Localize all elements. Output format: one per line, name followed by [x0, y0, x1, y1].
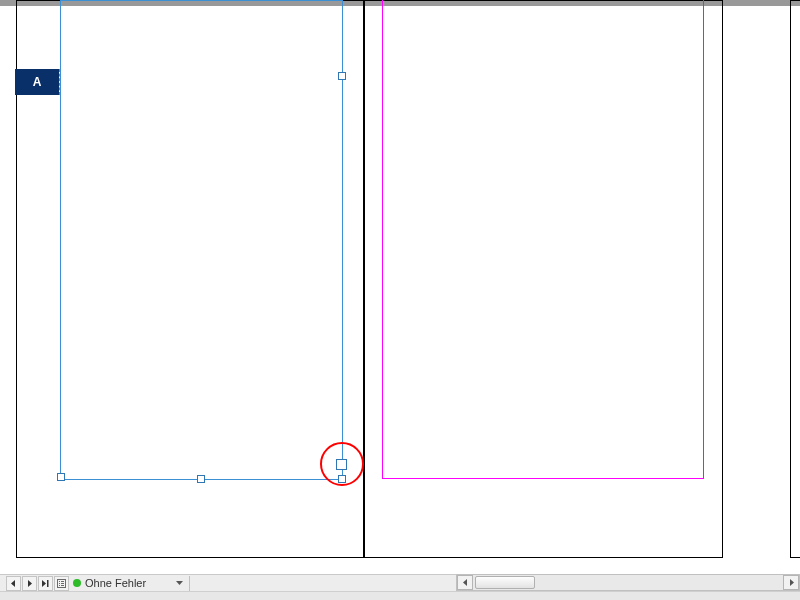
svg-marker-11: [176, 581, 183, 585]
scroll-left-icon: [463, 579, 468, 586]
svg-marker-13: [790, 579, 794, 586]
svg-rect-10: [61, 585, 64, 586]
scroll-right-button[interactable]: [783, 575, 799, 590]
horizontal-scrollbar[interactable]: [456, 574, 800, 591]
master-page-label: A: [33, 75, 42, 89]
preflight-status[interactable]: Ohne Fehler: [73, 576, 183, 591]
scroll-left-button[interactable]: [457, 575, 473, 590]
svg-marker-1: [28, 580, 32, 587]
page-last-button[interactable]: [38, 576, 53, 591]
scroll-right-icon: [789, 579, 794, 586]
master-page-badge-edge: [59, 69, 63, 95]
annotation-circle: [320, 442, 364, 486]
status-divider: [189, 576, 190, 591]
far-right-page-edge: [790, 0, 800, 558]
scroll-thumb[interactable]: [475, 576, 535, 589]
selection-handle-mid-bottom[interactable]: [197, 475, 205, 483]
preflight-dot-icon: [73, 579, 81, 587]
svg-marker-0: [11, 580, 15, 587]
next-icon: [26, 580, 33, 587]
svg-rect-6: [61, 581, 64, 582]
svg-rect-5: [59, 581, 60, 582]
svg-rect-4: [58, 579, 66, 587]
bottom-chrome: [0, 591, 800, 600]
preflight-label: Ohne Fehler: [85, 577, 146, 589]
selection-handle-left[interactable]: [57, 473, 65, 481]
document-canvas[interactable]: A: [0, 6, 800, 574]
svg-rect-7: [59, 583, 60, 584]
prev-icon: [10, 580, 17, 587]
last-icon: [41, 580, 50, 587]
svg-rect-3: [47, 580, 49, 587]
status-bar: Ohne Fehler: [0, 574, 456, 591]
selection-handle-top-right[interactable]: [338, 72, 346, 80]
chevron-down-icon: [176, 581, 183, 585]
svg-marker-12: [463, 579, 467, 586]
selected-text-frame[interactable]: [60, 0, 343, 480]
page-prev-button[interactable]: [6, 576, 21, 591]
open-icon: [57, 579, 66, 588]
svg-rect-8: [61, 583, 64, 584]
page-menu-button[interactable]: [54, 576, 69, 591]
svg-marker-2: [42, 580, 46, 587]
svg-rect-9: [59, 585, 60, 586]
master-page-badge[interactable]: A: [15, 69, 59, 95]
right-page-margin: [382, 0, 704, 479]
page-next-button[interactable]: [22, 576, 37, 591]
